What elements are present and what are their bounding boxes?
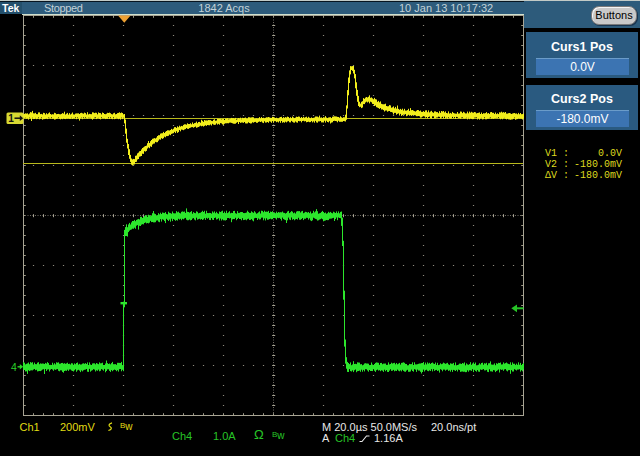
svg-text:1: 1	[8, 113, 14, 124]
svg-text:4: 4	[11, 361, 17, 373]
